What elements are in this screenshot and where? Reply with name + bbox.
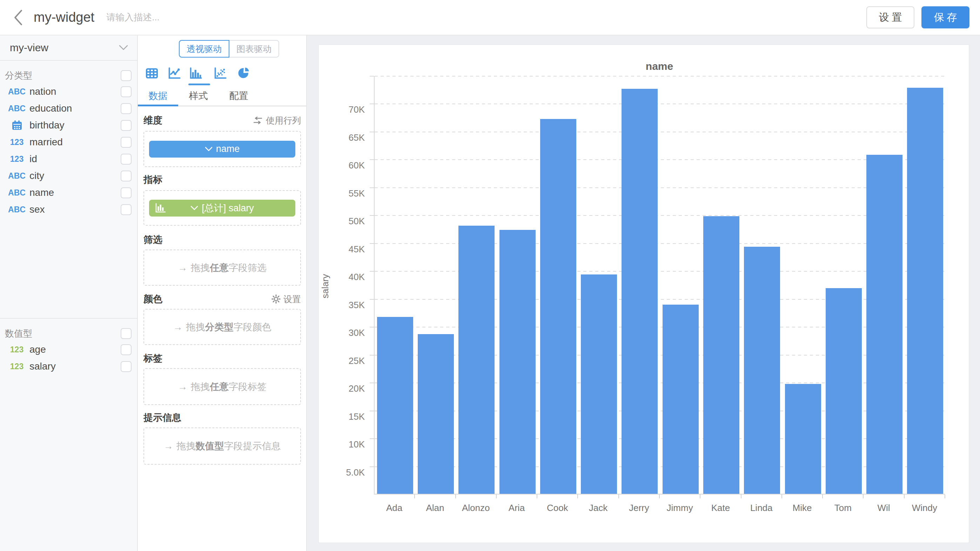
field-sidebar: my-view 分类型ABCnationABCeducationbirthday… [0,35,138,551]
field-checkbox[interactable] [121,361,132,372]
x-axis-tick [863,495,864,498]
field-name: sex [29,204,121,215]
field-checkbox[interactable] [121,120,132,131]
x-axis-tick [618,495,619,498]
mode-tab-pivot[interactable]: 透视驱动 [179,40,229,57]
field-row-sex[interactable]: ABCsex [0,201,137,218]
bar-Cook[interactable] [540,119,576,494]
tab-config[interactable]: 配置 [218,86,259,106]
mode-tab-chart[interactable]: 图表驱动 [229,40,279,57]
color-settings-button[interactable]: 设置 [272,293,301,305]
x-axis-tick [822,495,823,498]
field-group-header: 分类型 [0,68,137,83]
description-input[interactable]: 请输入描述... [106,11,159,24]
field-checkbox[interactable] [121,103,132,114]
y-axis-tick-label: 15K [333,412,365,422]
tab-style[interactable]: 样式 [178,86,218,106]
bar-Kate[interactable] [703,216,740,494]
color-drop-hint: →拖拽分类型字段颜色 [173,321,272,333]
x-axis-category-label: Tom [822,502,863,513]
label-drop-zone[interactable]: →拖拽任意字段标签 [143,368,301,405]
y-axis-tick-label: 70K [333,105,365,115]
color-section-label: 颜色 [143,293,162,305]
text-type-icon: ABC [8,104,25,113]
chart-config-panel: 透视驱动 图表驱动 数据 样式 配置 维度 使用行列 [138,35,307,551]
field-row-education[interactable]: ABCeducation [0,100,137,117]
chevron-left-icon [13,9,24,26]
x-axis-category-label: Mike [782,502,822,513]
settings-button[interactable]: 设 置 [866,6,915,29]
line-chart-type-button[interactable] [167,66,182,82]
bar-chart-type-button[interactable] [188,66,204,82]
field-row-salary[interactable]: 123salary [0,358,137,375]
back-button[interactable] [8,7,29,28]
y-axis-title: salary [320,258,331,314]
pie-chart-type-button[interactable] [237,66,252,82]
field-checkbox[interactable] [121,154,132,165]
save-button[interactable]: 保 存 [921,6,969,29]
field-checkbox[interactable] [121,204,132,215]
field-row-city[interactable]: ABCcity [0,167,137,184]
field-row-nation[interactable]: ABCnation [0,83,137,100]
bar-Aria[interactable] [500,230,536,494]
x-axis-tick [904,495,905,498]
dimension-chip-name[interactable]: name [149,141,295,158]
y-axis-tick [370,76,374,76]
field-checkbox[interactable] [121,344,132,355]
filter-drop-zone[interactable]: →拖拽任意字段筛选 [143,250,301,286]
field-row-birthday[interactable]: birthday [0,117,137,134]
x-axis-category-label: Ada [374,502,415,513]
bar-Windy[interactable] [907,88,943,494]
number-type-icon: 123 [10,362,24,371]
select-all-checkbox[interactable] [121,328,132,339]
y-axis-tick-label: 30K [333,328,365,338]
field-checkbox[interactable] [121,86,132,97]
field-row-name[interactable]: ABCname [0,184,137,201]
field-row-married[interactable]: 123married [0,134,137,151]
use-row-column-toggle[interactable]: 使用行列 [253,115,301,126]
bar-Wil[interactable] [866,155,902,494]
color-drop-zone[interactable]: →拖拽分类型字段颜色 [143,309,301,345]
tooltip-drop-zone[interactable]: →拖拽数值型字段提示信息 [143,427,301,465]
field-name: nation [29,86,121,97]
y-axis-tick-label: 35K [333,300,365,310]
select-all-checkbox[interactable] [121,70,132,81]
x-axis-tick [945,495,945,498]
bar-Jimmy[interactable] [663,305,699,494]
field-checkbox[interactable] [121,170,132,182]
y-axis-tick [370,299,374,300]
bar-plot-area[interactable] [374,76,945,495]
bar-Jack[interactable] [581,274,617,494]
y-axis-tick [370,411,374,411]
metric-drop-zone[interactable]: [总计] salary [143,190,301,226]
section-divider [0,318,137,318]
bar-Alonzo[interactable] [458,226,495,494]
x-axis-category-label: Windy [904,502,945,513]
bar-Jerry[interactable] [622,89,658,494]
x-axis-category-label: Alonzo [456,502,496,513]
x-axis-category-label: Jimmy [659,502,700,513]
y-axis-tick [370,355,374,355]
bar-Mike[interactable] [785,384,821,494]
x-axis-category-label: Linda [741,502,782,513]
field-checkbox[interactable] [121,188,132,198]
bar-Linda[interactable] [744,247,780,494]
field-checkbox[interactable] [121,137,132,148]
x-axis-tick [455,495,456,498]
bar-Tom[interactable] [826,288,862,494]
chevron-down-icon [191,205,198,210]
text-type-icon: ABC [8,188,25,197]
field-group-label: 分类型 [5,70,121,82]
bar-Alan[interactable] [418,334,454,494]
dataset-selector[interactable]: my-view [0,35,137,61]
table-chart-type-button[interactable] [145,66,160,82]
tab-data[interactable]: 数据 [138,86,178,106]
bar-Ada[interactable] [377,317,413,494]
metric-chip-salary[interactable]: [总计] salary [149,200,295,217]
dimension-drop-zone[interactable]: name [143,131,301,167]
field-row-id[interactable]: 123id [0,151,137,167]
scatter-chart-type-button[interactable] [213,66,228,82]
field-row-age[interactable]: 123age [0,341,137,358]
x-axis-tick [537,495,537,498]
field-name: salary [29,361,121,372]
